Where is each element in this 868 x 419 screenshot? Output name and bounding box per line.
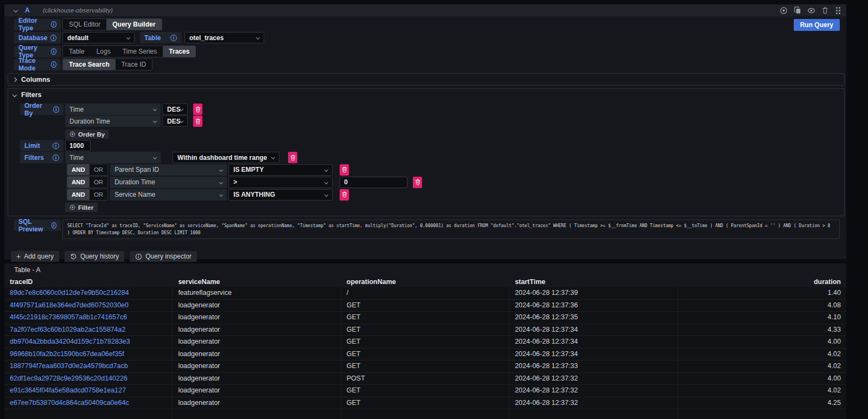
trace-id-link[interactable]: 96968b10fa2b2c1590bc67dea06ef35f xyxy=(10,349,124,360)
query-row-toolbar xyxy=(780,7,841,15)
trace-id-link[interactable]: 4f497571a618e364ed7ded60752030e0 xyxy=(10,300,129,311)
filter-value-input[interactable] xyxy=(340,177,407,188)
column-header-traceID[interactable]: traceID xyxy=(4,276,173,287)
table-row: 1887794f7eaa6037d0e2a4579bcd7acbloadgene… xyxy=(4,360,846,373)
add-filter-button[interactable]: Filter xyxy=(65,203,98,212)
chevron-right-icon xyxy=(12,77,17,81)
segment-option-time-series[interactable]: Time Series xyxy=(117,46,163,57)
filter-field-select[interactable]: Service Name xyxy=(110,189,227,201)
segment-option-or[interactable]: OR xyxy=(90,164,107,175)
cell-startTime: 2024-06-28 12:37:39 xyxy=(509,287,678,299)
add-order-by-button[interactable]: Order By xyxy=(65,130,109,139)
segment-option-or[interactable]: OR xyxy=(90,189,107,200)
cell-startTime: 2024-06-28 12:37:32 xyxy=(509,397,678,409)
cell-duration: 4.33 xyxy=(678,324,846,336)
toggle-visibility-icon[interactable] xyxy=(807,7,815,15)
remove-order-by-button[interactable] xyxy=(193,104,202,115)
info-icon[interactable]: i xyxy=(170,35,177,41)
filter-criteria-select[interactable]: > xyxy=(228,177,333,188)
filter-field-select[interactable]: Parent Span ID xyxy=(110,164,227,176)
query-help-icon[interactable] xyxy=(780,7,788,15)
filters-section: Filters Order By i Time DESC xyxy=(8,88,845,216)
segment-option-trace-search[interactable]: Trace Search xyxy=(63,59,116,70)
query-row-header[interactable]: A (clickhouse-observability) xyxy=(4,4,846,16)
info-icon[interactable]: i xyxy=(52,222,56,229)
cell-traceID: e67ee7b53870d4c864ca50409ca0e64c xyxy=(4,397,173,409)
query-inspector-button[interactable]: Query inspector xyxy=(130,251,197,262)
info-icon[interactable]: i xyxy=(50,35,56,41)
order-by-field-select[interactable]: Duration Time xyxy=(65,115,161,127)
and-or-toggle: ANDOR xyxy=(67,176,108,188)
remove-filter-button[interactable] xyxy=(288,152,297,163)
columns-section-header[interactable]: Columns xyxy=(8,74,844,85)
trace-id-link[interactable]: 4f45c21918c73698057a8b1c741657c6 xyxy=(10,312,127,323)
filter-field-select[interactable]: Duration Time xyxy=(110,177,227,188)
remove-filter-button[interactable] xyxy=(413,177,422,188)
info-icon[interactable]: i xyxy=(53,143,59,149)
database-label: Database i xyxy=(14,32,61,43)
trace-id-link[interactable]: e67ee7b53870d4c864ca50409ca0e64c xyxy=(10,397,129,409)
filter-criteria-select[interactable]: Within dashboard time range xyxy=(173,152,279,163)
info-icon[interactable]: i xyxy=(51,21,56,28)
limit-input[interactable] xyxy=(65,140,91,151)
segment-option-query-builder[interactable]: Query Builder xyxy=(106,19,161,30)
remove-order-by-button[interactable] xyxy=(193,115,202,127)
order-by-field-select[interactable]: Time xyxy=(65,104,161,115)
table-select[interactable]: otel_traces xyxy=(184,32,264,43)
remove-filter-button[interactable] xyxy=(340,189,349,201)
trace-mode-toggle: Trace SearchTrace ID xyxy=(62,59,152,70)
cell-duration: 4.02 xyxy=(678,385,846,397)
cell-operationName: / xyxy=(341,287,509,299)
trace-id-link[interactable]: 1887794f7eaa6037d0e2a4579bcd7acb xyxy=(10,360,128,372)
column-header-duration[interactable]: duration xyxy=(678,276,846,287)
segment-option-and[interactable]: AND xyxy=(67,189,90,200)
info-icon[interactable]: i xyxy=(51,48,56,55)
drag-handle-icon[interactable] xyxy=(835,7,841,14)
filter-field-select[interactable]: Time xyxy=(65,152,161,163)
run-query-button[interactable]: Run Query xyxy=(794,19,840,31)
segment-option-and[interactable]: AND xyxy=(67,177,90,188)
order-by-direction-select[interactable]: DESC xyxy=(162,104,188,115)
column-header-serviceName[interactable]: serviceName xyxy=(173,276,341,287)
segment-option-trace-id[interactable]: Trace ID xyxy=(116,59,152,70)
chevron-down-icon[interactable] xyxy=(14,8,18,12)
cell-duration: 4.00 xyxy=(678,373,846,385)
cell-duration xyxy=(678,409,846,419)
database-select[interactable]: default xyxy=(62,32,135,43)
filters-label: Filters i xyxy=(20,152,63,163)
segment-option-and[interactable]: AND xyxy=(67,164,90,175)
remove-query-icon[interactable] xyxy=(821,7,829,14)
filter-condition-row: ANDOR Duration Time > xyxy=(65,176,844,188)
trace-id-link[interactable]: 7a2f07ecf63c60b1029ab2ac155874a2 xyxy=(10,324,125,336)
add-query-button[interactable]: + Add query xyxy=(11,251,59,262)
segment-option-or[interactable]: OR xyxy=(90,177,107,188)
filter-criteria-select[interactable]: IS EMPTY xyxy=(228,164,333,176)
remove-filter-button[interactable] xyxy=(340,164,349,176)
cell-duration: 4.02 xyxy=(678,349,846,360)
duplicate-query-icon[interactable] xyxy=(794,7,801,14)
trace-id-link[interactable]: 89dc7e8c6060c0d12de7e9b50c216284 xyxy=(10,287,129,299)
trace-id-link[interactable]: e91c3645f04fa5e58adcd0758e1ea127 xyxy=(10,385,126,396)
info-icon[interactable]: i xyxy=(53,154,59,161)
segment-option-sql-editor[interactable]: SQL Editor xyxy=(63,19,106,30)
info-icon[interactable]: i xyxy=(53,106,59,113)
sql-preview-text: SELECT "TraceId" as traceID, "ServiceNam… xyxy=(62,220,840,239)
table-row: 4f45c21918c73698057a8b1c741657c6loadgene… xyxy=(4,312,846,324)
sql-preview-row: SQL Preview i SELECT "TraceId" as traceI… xyxy=(14,220,845,239)
order-by-label: Order By i xyxy=(20,104,63,115)
segment-option-logs[interactable]: Logs xyxy=(91,46,117,57)
query-history-button[interactable]: Query history xyxy=(65,251,124,262)
trace-id-link[interactable]: db9704a2bbda34204d159c71b78283e3 xyxy=(10,336,130,347)
segment-option-table[interactable]: Table xyxy=(63,46,91,57)
info-icon[interactable]: i xyxy=(51,61,56,68)
column-header-operationName[interactable]: operationName xyxy=(341,276,509,287)
trace-id-link[interactable]: 62df1ec9a29728c9e29536c20d140226 xyxy=(10,373,127,384)
filters-section-header[interactable]: Filters xyxy=(8,89,844,100)
segment-option-traces[interactable]: Traces xyxy=(163,46,195,57)
table-row: 62df1ec9a29728c9e29536c20d140226loadgene… xyxy=(4,373,846,385)
cell-duration: 4.25 xyxy=(678,397,846,409)
filter-criteria-select[interactable]: IS ANYTHING xyxy=(228,189,333,201)
column-header-startTime[interactable]: startTime xyxy=(509,276,678,287)
cell-traceID: 96968b10fa2b2c1590bc67dea06ef35f xyxy=(4,349,173,360)
order-by-direction-select[interactable]: DESC xyxy=(162,115,188,127)
